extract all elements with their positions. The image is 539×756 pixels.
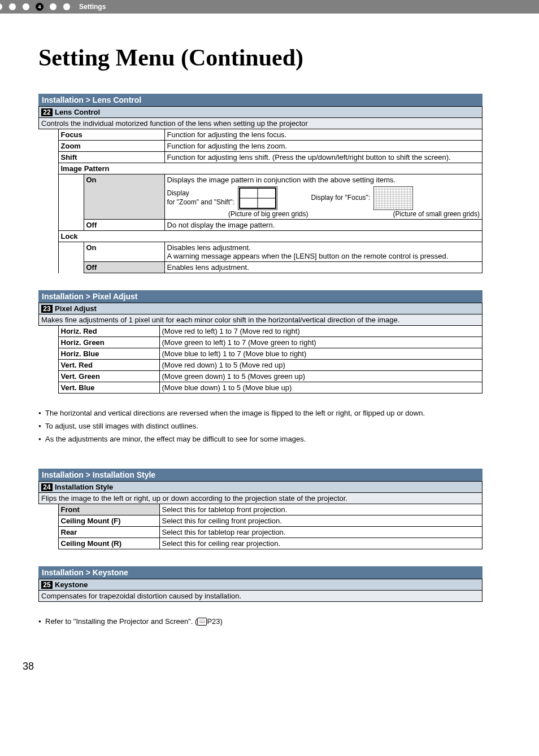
breadcrumb-lens-control: Installation > Lens Control [38,94,483,106]
title-keystone: Keystone [55,580,88,589]
step-4-active: 4 [36,3,44,11]
pattern-label-zoom-shift: Display for "Zoom" and "Shift": [167,189,234,207]
desc-install-style: Flips the image to the left or right, up… [39,492,483,504]
num-24: 24 [41,483,53,491]
title-pixel-adjust: Pixel Adjust [55,304,97,313]
row-lock: Lock [58,231,483,242]
row-vr-value: (Move red down) 1 to 5 (Move red up) [159,360,483,371]
notes-pixel-adjust: The horizontal and vertical directions a… [38,401,483,444]
note-pa-2: To adjust, use still images with distinc… [38,422,483,431]
row-hb-name: Horiz. Blue [58,348,159,360]
row-rear-value: Select this for tabletop rear projection… [159,526,483,537]
num-25: 25 [41,581,53,589]
book-icon: 📖 [197,618,207,626]
row-ip-off-name: Off [84,220,164,231]
row-hr-value: (Move red to left) 1 to 7 (Move red to r… [159,326,483,337]
row-focus-name: Focus [58,129,164,141]
pattern-label-focus: Display for "Focus": [311,194,371,203]
notes-keystone: Refer to "Installing the Projector and S… [38,609,483,627]
num-23: 23 [41,305,53,313]
note-pa-1: The horizontal and vertical directions a… [38,409,483,418]
row-lock-on-value: Disables lens adjustment. A warning mess… [164,242,483,262]
row-shift-value: Function for adjusting lens shift. (Pres… [164,152,483,163]
row-cf-value: Select this for ceiling front projection… [159,515,483,526]
step-2 [8,3,16,11]
row-image-pattern: Image Pattern [58,163,483,174]
caption-big-grids: (Picture of big green grids) [167,210,308,218]
row-cr-name: Ceiling Mount (R) [58,537,159,549]
row-lock-off-value: Enables lens adjustment. [164,262,483,273]
row-ip-on-name: On [84,174,164,220]
table-keystone: 25Keystone Compensates for trapezoidal d… [38,579,483,602]
row-ip-on-desc: Displays the image pattern in conjunctio… [167,176,480,184]
desc-lens-control: Controls the individual motorized functi… [39,118,483,129]
row-ip-on-cell: Displays the image pattern in conjunctio… [164,174,483,220]
title-lens-control: Lens Control [55,108,100,116]
breadcrumb-pixel-adjust: Installation > Pixel Adjust [38,290,483,303]
row-zoom-name: Zoom [58,141,164,152]
step-1 [0,3,3,11]
row-hr-name: Horiz. Red [58,326,159,337]
row-lock-on-name: On [84,242,164,262]
row-cf-name: Ceiling Mount (F) [58,515,159,526]
row-front-value: Select this for tabletop front projectio… [159,504,483,515]
row-ip-off-value: Do not display the image pattern. [164,220,483,231]
title-install-style: Installation Style [55,483,113,491]
row-hg-value: (Move green to left) 1 to 7 (Move green … [159,337,483,348]
table-install-style: 24Installation Style Flips the image to … [38,481,483,549]
table-lens-control: 22Lens Control Controls the individual m… [38,106,483,273]
breadcrumb-keystone: Installation > Keystone [38,566,483,579]
table-pixel-adjust: 23Pixel Adjust Makes fine adjustments of… [38,303,483,394]
grid-big-icon [238,186,277,210]
row-cr-value: Select this for ceiling rear projection. [159,537,483,549]
step-3 [22,3,30,11]
desc-keystone: Compensates for trapezoidal distortion c… [39,590,483,601]
row-rear-name: Rear [58,526,159,537]
row-vr-name: Vert. Red [58,360,159,371]
num-22: 22 [41,108,53,116]
row-vb-name: Vert. Blue [58,382,159,394]
row-shift-name: Shift [58,152,164,163]
row-front-name: Front [58,504,159,515]
step-6 [63,3,71,11]
ref-p23: P23 [207,617,220,626]
header-bar: 4 Settings [0,0,539,14]
caption-small-grids: (Picture of small green grids) [342,210,480,218]
note-keystone: Refer to "Installing the Projector and S… [38,617,483,627]
row-hg-name: Horiz. Green [58,337,159,348]
row-vb-value: (Move blue down) 1 to 5 (Move blue up) [159,382,483,394]
grid-small-icon [373,186,413,210]
step-indicator: 4 [0,3,71,11]
row-hb-value: (Move blue to left) 1 to 7 (Move blue to… [159,348,483,360]
row-lock-off-name: Off [84,262,164,273]
page-title: Setting Menu (Continued) [23,44,516,71]
page-number: 38 [23,661,516,672]
row-vg-name: Vert. Green [58,371,159,382]
row-vg-value: (Move green down) 1 to 5 (Moves green up… [159,371,483,382]
step-5 [49,3,57,11]
note-pa-3: As the adjustments are minor, the effect… [38,435,483,444]
header-label: Settings [79,3,106,11]
desc-pixel-adjust: Makes fine adjustments of 1 pixel unit f… [39,314,483,326]
row-focus-value: Function for adjusting the lens focus. [164,129,483,141]
row-zoom-value: Function for adjusting the lens zoom. [164,141,483,152]
breadcrumb-install-style: Installation > Installation Style [38,469,483,481]
